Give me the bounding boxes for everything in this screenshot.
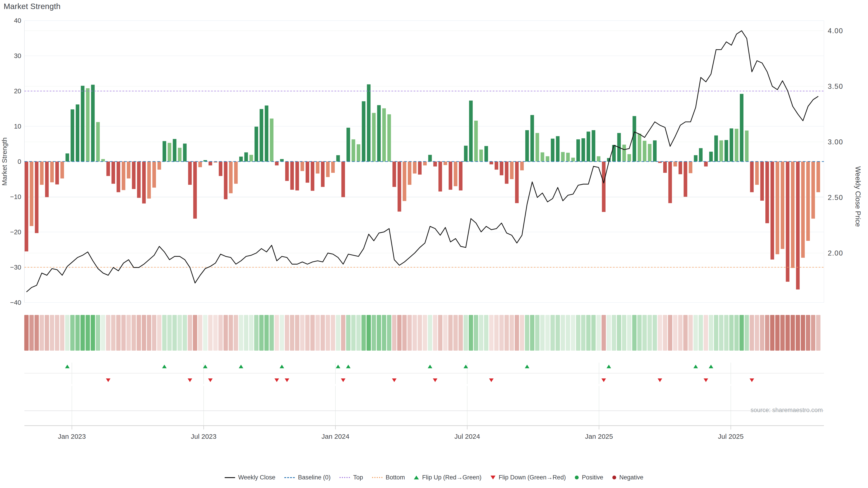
strength-bar <box>316 162 319 173</box>
heatmap-cell <box>454 315 458 351</box>
strength-bar <box>152 162 156 188</box>
tri-up-icon <box>414 476 419 480</box>
strength-bar <box>40 162 43 185</box>
strength-bar <box>275 162 278 165</box>
legend-item-dash[interactable]: Baseline (0) <box>284 474 331 481</box>
strength-bar <box>229 162 232 193</box>
heatmap-cell <box>392 315 397 351</box>
strength-bar <box>520 162 524 170</box>
legend-label: Flip Up (Red→Green) <box>422 474 482 481</box>
strength-bar <box>260 109 264 162</box>
heatmap-cell <box>341 315 345 351</box>
strength-bar <box>587 131 590 162</box>
heatmap-cell <box>402 315 407 351</box>
strength-bar <box>122 162 125 190</box>
flip-up-icon <box>525 365 529 368</box>
left-tick-label: −30 <box>10 264 21 271</box>
strength-bar <box>663 162 667 173</box>
heatmap-cell <box>208 315 213 351</box>
heatmap-cell <box>65 315 69 351</box>
heatmap-cell <box>412 315 417 351</box>
strength-bar <box>730 128 733 162</box>
x-axis: Jan 2023Jul 2023Jan 2024Jul 2024Jan 2025… <box>58 426 743 440</box>
flip-down-icon <box>601 379 606 382</box>
heatmap-cell <box>70 315 74 351</box>
heatmap-cell <box>162 315 166 351</box>
flip-up-icon <box>65 365 70 368</box>
strength-bar <box>781 162 784 249</box>
legend-item-tri-down[interactable]: Flip Down (Green→Red) <box>491 474 566 481</box>
strength-bar <box>495 162 498 170</box>
flip-down-icon <box>208 379 213 382</box>
x-tick-label: Jan 2024 <box>321 433 349 440</box>
strength-bar <box>433 162 437 166</box>
heatmap-cell <box>433 315 437 351</box>
strength-bar <box>296 162 299 191</box>
strength-bar <box>556 136 559 162</box>
legend-item-circ-pos[interactable]: Positive <box>575 474 603 481</box>
heatmap-cell <box>755 315 759 351</box>
strength-bar <box>413 162 416 173</box>
strength-bar <box>50 162 54 182</box>
market-strength-chart[interactable]: Jan 2023Jul 2023Jan 2024Jul 2024Jan 2025… <box>0 0 868 488</box>
legend-swatch-line <box>225 477 235 478</box>
heatmap-cell <box>699 315 703 351</box>
heatmap-cell <box>561 315 565 351</box>
heatmap-cell <box>724 315 728 351</box>
strength-bar <box>393 162 396 187</box>
strength-bar <box>234 162 238 184</box>
legend-label: Negative <box>619 474 644 481</box>
left-tick-label: −40 <box>10 299 21 306</box>
heatmap-cell <box>305 315 309 351</box>
heatmap-cell <box>438 315 442 351</box>
heatmap-cell <box>29 315 34 351</box>
strength-bar <box>285 162 289 181</box>
strength-bar <box>735 129 738 162</box>
legend-swatch-dash <box>284 477 295 478</box>
strength-bar <box>740 94 743 162</box>
legend-item-dot-orange[interactable]: Bottom <box>372 474 405 481</box>
legend-label: Bottom <box>385 474 405 481</box>
right-tick-label: 2.50 <box>828 194 843 201</box>
flip-down-icon <box>285 379 289 382</box>
heatmap-cell <box>509 315 514 351</box>
tri-down-icon <box>491 476 495 480</box>
strength-bar <box>423 162 427 165</box>
legend-swatch-circ-neg <box>612 476 616 480</box>
legend-label: Weekly Close <box>238 474 276 481</box>
legend-item-dot-purple[interactable]: Top <box>340 474 363 481</box>
heatmap-cell <box>142 315 146 351</box>
strength-bar <box>485 146 488 162</box>
strength-bar <box>669 162 672 203</box>
strength-bar <box>714 135 718 162</box>
heatmap-cell <box>121 315 126 351</box>
heatmap-cell <box>351 315 355 351</box>
strength-bar <box>341 162 345 197</box>
legend-item-tri-up[interactable]: Flip Up (Red→Green) <box>414 474 482 481</box>
heatmap-cell <box>683 315 688 351</box>
strength-bar <box>280 159 284 162</box>
strength-bar <box>581 138 585 162</box>
strength-bar <box>632 116 636 162</box>
heatmap-cell <box>183 315 187 351</box>
marker-panel-grid <box>24 363 824 384</box>
flip-down-icon <box>749 379 754 382</box>
legend-item-line[interactable]: Weekly Close <box>225 474 276 481</box>
heatmap-cell <box>571 315 575 351</box>
heatmap-cell <box>760 315 764 351</box>
strength-bar <box>306 162 309 183</box>
x-tick-label: Jan 2023 <box>58 433 86 440</box>
y-axis-left: 403020100−10−20−30−40Market Strength <box>1 17 21 306</box>
heatmap-cell <box>653 315 657 351</box>
strength-bar <box>357 144 360 162</box>
legend-item-circ-neg[interactable]: Negative <box>612 474 644 481</box>
heatmap-cell <box>45 315 49 351</box>
left-tick-label: 30 <box>14 52 21 59</box>
strength-bar <box>816 162 820 192</box>
heatmap-cell <box>484 315 488 351</box>
heatmap-cell <box>265 315 269 351</box>
chart-legend: Weekly CloseBaseline (0)TopBottomFlip Up… <box>0 474 868 481</box>
heatmap-cell <box>331 315 335 351</box>
strength-bar <box>388 114 391 162</box>
strength-bar <box>301 162 304 171</box>
